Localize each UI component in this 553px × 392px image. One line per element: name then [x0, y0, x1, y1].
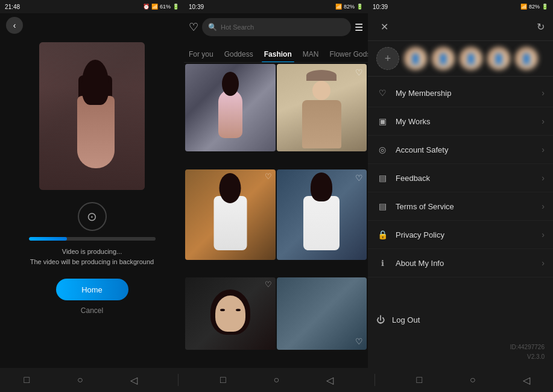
menu-item-account-safety[interactable]: ◎ Account Safety ›: [368, 136, 553, 164]
tab-goddess[interactable]: Goddess: [222, 46, 256, 62]
works-arrow: ›: [542, 116, 545, 126]
menu-item-my-works[interactable]: ▣ My Works ›: [368, 107, 553, 136]
signal-icons-left: 📶 61%: [151, 4, 171, 10]
logout-item[interactable]: ⏻ Log Out: [376, 308, 545, 332]
terms-icon: ▤: [376, 200, 388, 212]
feed-item-3[interactable]: ♡: [185, 169, 276, 260]
bottom-nav: □ ○ ◁ □ ○ ◁ □ ○ ◁: [0, 368, 553, 392]
time-right: 10:39: [373, 4, 388, 10]
spinner-area: ⊙ Video is producing... The video will b…: [29, 202, 156, 267]
feed-item-4[interactable]: ♡: [277, 169, 367, 260]
cancel-button[interactable]: Cancel: [81, 306, 103, 315]
menu-item-terms-of-service[interactable]: ▤ Terms of Service ›: [368, 192, 553, 221]
alarm-icon: ⏰: [143, 4, 150, 10]
signal-icons-right: 📶 82%: [520, 4, 540, 10]
account-safety-icon: ◎: [376, 144, 388, 156]
search-icon: 🔍: [208, 23, 217, 31]
status-bar-left: 21:48 ⏰ 📶 61% 🔋: [0, 0, 184, 13]
version-info: ID:44297726 V2.3.0: [368, 340, 553, 368]
tab-flower-gods[interactable]: Flower Gods: [327, 46, 368, 62]
nav-circle-3[interactable]: ○: [464, 371, 482, 389]
search-bar[interactable]: 🔍 Hot Search: [202, 18, 351, 36]
panel-video-producer: ‹ ⊙: [0, 13, 184, 368]
account-safety-label: Account Safety: [396, 145, 534, 154]
feed-grid: ♡ ♡ ♡: [184, 63, 368, 368]
hamburger-menu-icon[interactable]: ☰: [355, 22, 363, 33]
works-icon: ▣: [376, 115, 388, 127]
time-left: 21:48: [5, 4, 20, 10]
avatar-1[interactable]: 👤: [404, 47, 427, 70]
nav-circle-1[interactable]: ○: [71, 371, 89, 389]
status-text: Video is producing... The video will be …: [30, 247, 154, 267]
nav-square-1[interactable]: □: [17, 371, 36, 389]
nav-square-3[interactable]: □: [410, 371, 428, 389]
feed-item-1[interactable]: [185, 64, 276, 151]
privacy-label: Privacy Policy: [396, 230, 534, 239]
membership-label: My Membership: [396, 89, 534, 98]
privacy-icon: 🔒: [376, 229, 388, 241]
menu-item-feedback[interactable]: ▤ Feedback ›: [368, 164, 553, 192]
home-button[interactable]: Home: [56, 279, 128, 300]
nav-back-2[interactable]: ◁: [321, 371, 339, 389]
feed-tabs: For you Goddess Fashion MAN Flower Gods …: [184, 41, 368, 63]
time-mid: 10:39: [189, 4, 204, 10]
menu-item-privacy-policy[interactable]: 🔒 Privacy Policy ›: [368, 221, 553, 249]
about-arrow: ›: [542, 258, 545, 268]
progress-bar-fill: [29, 237, 67, 241]
panel-menu: ✕ ↻ + 👤 👤 👤 👤 👤 ♡ My Membership › ▣ My W…: [368, 13, 553, 368]
tab-fashion[interactable]: Fashion: [262, 46, 294, 62]
menu-item-my-membership[interactable]: ♡ My Membership ›: [368, 79, 553, 107]
battery-mid: 🔋: [356, 4, 363, 10]
back-button[interactable]: ‹: [6, 17, 23, 34]
version-id: ID:44297726: [376, 343, 545, 352]
membership-icon: ♡: [376, 87, 388, 99]
tab-for-you[interactable]: For you: [186, 46, 216, 62]
about-icon: ℹ: [376, 257, 388, 269]
battery-right: 🔋: [542, 4, 548, 10]
tab-man[interactable]: MAN: [300, 46, 321, 62]
logout-section: ⏻ Log Out: [368, 303, 553, 340]
photo-preview: [39, 42, 145, 190]
battery-left: 🔋: [172, 4, 179, 10]
membership-arrow: ›: [542, 88, 545, 98]
menu-topbar: ✕ ↻: [368, 13, 553, 41]
privacy-arrow: ›: [542, 230, 545, 239]
preview-figure: [39, 42, 145, 190]
progress-bar-container: [29, 237, 156, 241]
avatar-2[interactable]: 👤: [432, 47, 455, 70]
nav-back-3[interactable]: ◁: [517, 371, 536, 389]
logout-label: Log Out: [392, 315, 420, 324]
silhouette: [65, 57, 119, 190]
avatar-5[interactable]: 👤: [515, 47, 538, 70]
account-safety-arrow: ›: [542, 145, 545, 154]
feedback-label: Feedback: [396, 174, 534, 183]
menu-item-about[interactable]: ℹ About My Info ›: [368, 249, 553, 277]
feed-item-5[interactable]: ♡: [185, 277, 276, 350]
signal-icons-mid: 📶 82%: [335, 4, 355, 10]
about-label: About My Info: [396, 259, 534, 268]
spinner: ⊙: [78, 202, 107, 231]
feed-topbar: ♡ 🔍 Hot Search ☰: [184, 13, 368, 41]
feed-heart-6: ♡: [355, 337, 363, 346]
heart-icon[interactable]: ♡: [189, 21, 198, 34]
feed-heart-2: ♡: [355, 68, 363, 77]
status-bar-right: 10:39 📶 82% 🔋: [368, 0, 553, 13]
feed-item-6[interactable]: ♡: [277, 277, 367, 350]
terms-label: Terms of Service: [396, 202, 534, 211]
nav-circle-2[interactable]: ○: [267, 371, 285, 389]
feed-item-2[interactable]: ♡: [277, 64, 367, 151]
nav-back-1[interactable]: ◁: [125, 371, 143, 389]
status-bar-mid: 10:39 📶 82% 🔋: [184, 0, 368, 13]
terms-arrow: ›: [542, 201, 545, 211]
refresh-icon[interactable]: ↻: [537, 21, 545, 33]
logout-icon: ⏻: [376, 315, 385, 324]
avatar-3[interactable]: 👤: [460, 47, 482, 70]
search-placeholder: Hot Search: [221, 24, 254, 31]
close-button[interactable]: ✕: [376, 19, 392, 35]
feed-heart-4: ♡: [355, 173, 363, 183]
panel-left-topbar: ‹: [0, 13, 184, 37]
avatar-4[interactable]: 👤: [487, 47, 510, 70]
add-avatar-button[interactable]: +: [376, 47, 399, 70]
nav-square-2[interactable]: □: [214, 371, 232, 389]
feedback-icon: ▤: [376, 172, 388, 184]
